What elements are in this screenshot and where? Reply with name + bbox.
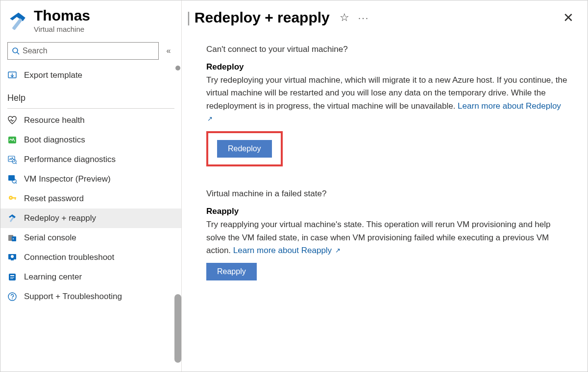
section-divider	[7, 108, 174, 109]
vm-type-label: Virtual machine	[34, 25, 90, 33]
svg-point-28	[12, 299, 13, 300]
redeploy-question: Can't connect to your virtual machine?	[206, 45, 573, 54]
sidebar-item-support-troubleshooting[interactable]: Support + Troubleshooting	[0, 287, 181, 306]
heartbeat-icon	[7, 116, 17, 125]
title-divider: |	[185, 10, 195, 25]
svg-point-27	[8, 293, 16, 301]
reapply-description: Try reapplying your virtual machine's st…	[206, 218, 569, 257]
serial-console-icon	[7, 233, 17, 243]
sidebar-item-label: Redeploy + reapply	[24, 213, 96, 223]
favorite-star-icon[interactable]: ☆	[340, 11, 349, 24]
redeploy-description: Try redeploying your virtual machine, wh…	[206, 74, 569, 125]
more-menu-icon[interactable]: ···	[358, 12, 369, 23]
search-input[interactable]	[20, 46, 154, 55]
vm-hammer-icon	[7, 12, 28, 32]
svg-line-11	[16, 183, 17, 184]
sidebar-item-boot-diagnostics[interactable]: Boot diagnostics	[0, 130, 181, 150]
redeploy-heading: Redeploy	[206, 62, 573, 72]
hammer-icon	[7, 213, 17, 223]
link-text: Learn more about Reapply	[233, 246, 332, 255]
svg-line-3	[17, 52, 19, 54]
performance-icon	[7, 155, 17, 164]
svg-rect-17	[10, 217, 14, 222]
book-icon	[7, 272, 17, 282]
link-text: Learn more about Redeploy	[458, 101, 561, 111]
svg-rect-26	[10, 279, 13, 279]
svg-point-13	[10, 197, 12, 199]
redeploy-button[interactable]: Redeploy	[217, 140, 272, 158]
main-panel: | Redeploy + reapply ☆ ··· ✕ Can't conne…	[182, 0, 588, 372]
vm-name: Thomas	[34, 7, 90, 24]
sidebar-item-connection-troubleshoot[interactable]: Connection troubleshoot	[0, 248, 181, 267]
search-icon	[12, 47, 20, 55]
connection-troubleshoot-icon	[7, 253, 17, 262]
sidebar-item-serial-console[interactable]: Serial console	[0, 228, 181, 248]
sidebar-item-export-template[interactable]: Export template	[0, 66, 181, 85]
external-link-icon: ↗	[206, 115, 213, 122]
reapply-button[interactable]: Reapply	[206, 263, 257, 280]
scrollbar-thumb[interactable]	[174, 294, 181, 363]
svg-point-2	[13, 48, 18, 53]
sidebar-item-label: Export template	[24, 70, 82, 80]
close-icon[interactable]: ✕	[559, 10, 578, 25]
redeploy-button-callout: Redeploy	[206, 131, 283, 166]
reapply-question: Virtual machine in a failed state?	[206, 189, 573, 199]
svg-point-22	[11, 255, 14, 258]
sidebar-item-label: Performance diagnostics	[24, 155, 116, 164]
svg-line-8	[16, 163, 17, 164]
sidebar-item-resource-health[interactable]: Resource health	[0, 111, 181, 130]
svg-rect-9	[8, 175, 15, 181]
external-link-icon: ↗	[334, 247, 341, 254]
main-header: | Redeploy + reapply ☆ ··· ✕	[182, 0, 588, 31]
sidebar-item-reset-password[interactable]: Reset password	[0, 189, 181, 209]
collapse-sidebar-icon[interactable]: «	[163, 46, 174, 55]
vm-inspector-icon	[7, 174, 17, 184]
sidebar-item-label: Learning center	[24, 272, 82, 282]
svg-rect-1	[12, 18, 23, 30]
sidebar-item-redeploy-reapply[interactable]: Redeploy + reapply	[0, 209, 181, 228]
svg-rect-21	[11, 259, 14, 260]
svg-rect-24	[10, 275, 14, 276]
sidebar-item-label: Connection troubleshoot	[24, 253, 114, 262]
reapply-heading: Reapply	[206, 207, 573, 216]
sidebar-item-label: VM Inspector (Preview)	[24, 174, 111, 184]
sidebar-item-label: Resource health	[24, 116, 85, 125]
sidebar-header: Thomas Virtual machine	[0, 5, 181, 38]
svg-rect-25	[10, 277, 14, 278]
sidebar-item-label: Support + Troubleshooting	[24, 292, 122, 302]
sidebar-item-learning-center[interactable]: Learning center	[0, 267, 181, 287]
sidebar: Thomas Virtual machine « Export template…	[0, 0, 182, 372]
help-section-label: Help	[0, 85, 181, 105]
help-icon	[7, 292, 17, 302]
svg-rect-15	[15, 198, 16, 200]
sidebar-item-label: Reset password	[24, 194, 84, 204]
sidebar-item-performance-diagnostics[interactable]: Performance diagnostics	[0, 150, 181, 169]
scrollbar-track[interactable]	[175, 66, 180, 70]
page-title: Redeploy + reapply	[195, 9, 330, 26]
reapply-learn-more-link[interactable]: Learn more about Reapply ↗	[233, 246, 341, 255]
key-icon	[7, 194, 17, 204]
search-input-wrapper[interactable]	[7, 42, 159, 60]
svg-marker-0	[10, 12, 25, 21]
sidebar-item-label: Boot diagnostics	[24, 135, 85, 145]
sidebar-item-vm-inspector[interactable]: VM Inspector (Preview)	[0, 169, 181, 189]
sidebar-item-label: Serial console	[24, 233, 76, 243]
boot-diagnostics-icon	[7, 135, 17, 145]
export-template-icon	[7, 70, 17, 80]
